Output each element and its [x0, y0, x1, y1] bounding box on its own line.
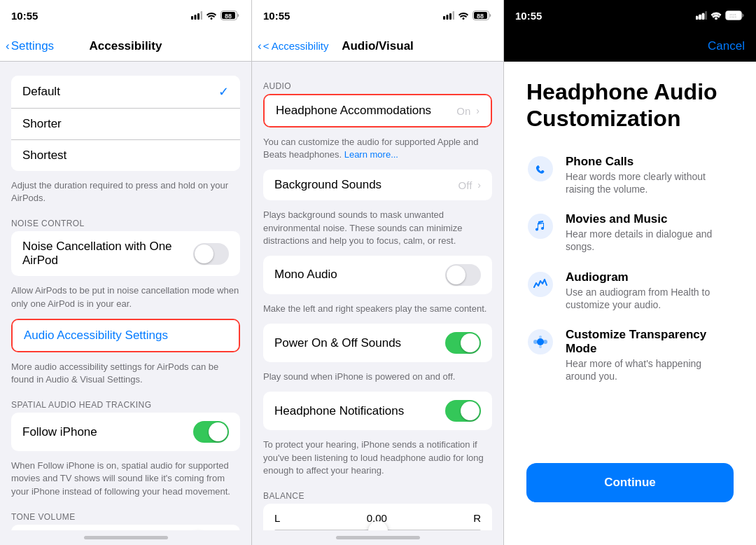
headphone-notifications-toggle[interactable] [445, 400, 481, 422]
follow-iphone-item[interactable]: Follow iPhone [11, 413, 240, 451]
status-bar-3: 10:55 88 [504, 0, 756, 31]
power-sounds-label: Power On & Off Sounds [274, 336, 401, 350]
power-description: Play sound when iPhone is powered on and… [252, 368, 503, 392]
background-sounds-label: Background Sounds [274, 178, 382, 192]
headphone-accommodations-item[interactable]: Headphone Accommodations On › [265, 95, 491, 126]
headphone-status-row: On › [456, 105, 479, 117]
wifi-icon-3 [710, 11, 722, 20]
audio-accessibility-highlight: Audio Accessibility Settings [11, 319, 240, 352]
nav-bar-3: Cancel [504, 31, 756, 62]
cancel-button[interactable]: Cancel [708, 39, 745, 53]
headphone-status: On [456, 105, 470, 117]
balance-inner: L 0.00 R [263, 512, 492, 530]
svg-point-23 [528, 272, 553, 297]
svg-point-21 [528, 156, 553, 181]
press-duration-group: Default ✓ Shorter Shortest [11, 76, 240, 171]
balance-group: L 0.00 R [263, 504, 492, 530]
svg-rect-9 [449, 13, 451, 20]
learn-more-link[interactable]: Learn more... [344, 149, 398, 160]
background-status: Off [458, 179, 472, 191]
battery-icon: 88 [220, 11, 240, 20]
background-sounds-item[interactable]: Background Sounds Off › [263, 170, 492, 200]
movies-music-desc: Hear more details in dialogue and songs. [566, 228, 734, 253]
status-bar-2: 10:55 88 [252, 0, 503, 31]
panel-audio-visual: 10:55 88 ‹ < Accessibility Audio/Visual … [252, 0, 504, 545]
balance-track[interactable] [274, 530, 481, 530]
scroll-panel-2: AUDIO Headphone Accommodations On › You … [252, 62, 503, 530]
home-bar-3 [588, 536, 672, 539]
list-item-shortest[interactable]: Shortest [11, 140, 240, 171]
noise-cancellation-label: Noise Cancellation with One AirPod [22, 240, 193, 268]
power-sounds-item[interactable]: Power On & Off Sounds [263, 324, 492, 362]
status-icons-3: 88 [696, 11, 745, 20]
panel-headphone-customization: 10:55 88 Cancel Headphone Audio Customiz… [504, 0, 756, 545]
audio-accessibility-item[interactable]: Audio Accessibility Settings [13, 320, 239, 351]
home-bar-2 [336, 536, 420, 539]
status-bar-1: 10:55 88 [0, 0, 251, 31]
home-bar-1 [84, 536, 168, 539]
transparency-name: Customize Transparency Mode [566, 328, 734, 356]
home-indicator-1 [0, 530, 251, 545]
mono-audio-group: Mono Audio [263, 256, 492, 294]
home-indicator-2 [252, 530, 503, 545]
power-sounds-toggle[interactable] [445, 332, 481, 354]
signal-icon [191, 11, 202, 20]
back-chevron-2: ‹ [258, 39, 262, 53]
status-icons-2: 88 [443, 11, 492, 20]
svg-point-29 [539, 345, 542, 348]
svg-rect-3 [201, 11, 203, 20]
list-item-shorter[interactable]: Shorter [11, 109, 240, 140]
transparency-icon [526, 328, 554, 356]
default-check: ✓ [218, 84, 229, 99]
battery-icon-3: 88 [725, 11, 745, 20]
feature-phone-calls: Phone Calls Hear words more clearly with… [526, 155, 734, 195]
phone-icon [526, 155, 554, 183]
back-button-2[interactable]: ‹ < Accessibility [258, 39, 328, 53]
panel-accessibility: 10:55 88 ‹ Settings Accessibility Defaul… [0, 0, 252, 545]
audio-section-label: AUDIO [252, 76, 503, 94]
default-label: Default [22, 85, 60, 99]
spatial-audio-group: Follow iPhone [11, 413, 240, 451]
svg-rect-17 [706, 11, 708, 20]
tone-volume-slider-row: 100% [11, 525, 240, 530]
home-indicator-3 [504, 530, 756, 545]
audio-accessibility-description: More audio accessibility settings for Ai… [0, 358, 251, 394]
svg-rect-10 [453, 11, 455, 20]
status-time-3: 10:55 [515, 10, 542, 22]
balance-section-label: BALANCE [252, 485, 503, 504]
background-status-row: Off › [458, 179, 481, 191]
headphone-notif-description: To protect your hearing, iPhone sends a … [252, 436, 503, 485]
balance-r: R [473, 512, 481, 524]
list-item-default[interactable]: Default ✓ [11, 76, 240, 109]
svg-rect-0 [191, 16, 193, 20]
follow-iphone-description: When Follow iPhone is on, spatial audio … [0, 457, 251, 506]
back-button-1[interactable]: ‹ Settings [6, 39, 54, 53]
svg-rect-2 [197, 13, 200, 20]
feature-audiogram: Audiogram Use an audiogram from Health t… [526, 270, 734, 311]
shortest-label: Shortest [22, 149, 66, 163]
mono-audio-item[interactable]: Mono Audio [263, 256, 492, 294]
background-arrow: › [477, 179, 481, 191]
headphone-accommodations-label: Headphone Accommodations [276, 104, 431, 118]
mono-audio-toggle[interactable] [445, 264, 481, 286]
continue-button[interactable]: Continue [526, 463, 734, 502]
movies-music-name: Movies and Music [566, 212, 734, 226]
audiogram-text: Audiogram Use an audiogram from Health t… [566, 270, 734, 311]
svg-rect-7 [443, 16, 445, 20]
noise-toggle[interactable] [193, 243, 229, 265]
headphone-description: You can customize the audio for supporte… [252, 133, 503, 170]
follow-iphone-toggle[interactable] [193, 421, 229, 443]
nav-title-1: Accessibility [90, 39, 162, 53]
battery-icon-2: 88 [472, 11, 492, 20]
audiogram-desc: Use an audiogram from Health to customiz… [566, 286, 734, 311]
nav-bar-1: ‹ Settings Accessibility [0, 31, 251, 62]
spatial-audio-label: SPATIAL AUDIO HEAD TRACKING [0, 394, 251, 413]
headphone-notifications-item[interactable]: Headphone Notifications [263, 392, 492, 430]
noise-cancellation-item[interactable]: Noise Cancellation with One AirPod [11, 231, 240, 276]
status-icons-1: 88 [191, 11, 240, 20]
feature-transparency: Customize Transparency Mode Hear more of… [526, 328, 734, 382]
nav-bar-2: ‹ < Accessibility Audio/Visual [252, 31, 503, 62]
svg-point-25 [537, 338, 544, 345]
svg-rect-14 [696, 16, 698, 20]
power-sounds-group: Power On & Off Sounds [263, 324, 492, 362]
